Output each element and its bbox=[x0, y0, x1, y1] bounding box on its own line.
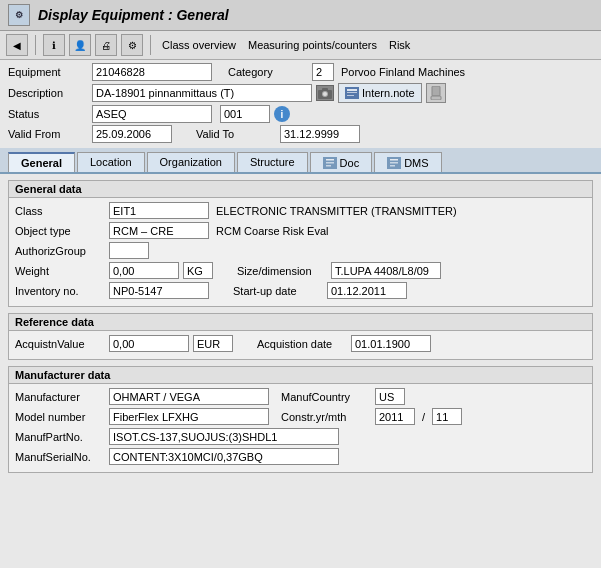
model-label: Model number bbox=[15, 411, 105, 423]
svg-rect-6 bbox=[347, 92, 357, 93]
category-input[interactable] bbox=[312, 63, 334, 81]
manuf-country-input[interactable] bbox=[375, 388, 405, 405]
description-input[interactable] bbox=[92, 84, 312, 102]
reference-data-section: Reference data AcquistnValue Acquistion … bbox=[8, 313, 593, 360]
svg-rect-5 bbox=[347, 89, 357, 91]
manuf-part-row: ManufPartNo. bbox=[15, 428, 586, 445]
inventory-row: Inventory no. Start-up date bbox=[15, 282, 586, 299]
equipment-row: Equipment Category Porvoo Finland Machin… bbox=[8, 63, 593, 81]
acquistn-label: AcquistnValue bbox=[15, 338, 105, 350]
startup-input[interactable] bbox=[327, 282, 407, 299]
authoriz-group-row: AuthorizGroup bbox=[15, 242, 586, 259]
general-data-section: General data Class ELECTRONIC TRANSMITTE… bbox=[8, 180, 593, 307]
app-icon: ⚙ bbox=[8, 4, 30, 26]
equipment-label: Equipment bbox=[8, 66, 88, 78]
weight-label: Weight bbox=[15, 265, 105, 277]
manuf-serial-label: ManufSerialNo. bbox=[15, 451, 105, 463]
constr-separator: / bbox=[419, 410, 428, 424]
constr-year-input[interactable] bbox=[375, 408, 415, 425]
valid-to-input[interactable] bbox=[280, 125, 360, 143]
object-type-row: Object type RCM Coarse Risk Eval bbox=[15, 222, 586, 239]
camera-icon[interactable] bbox=[316, 85, 334, 101]
svg-rect-7 bbox=[347, 95, 354, 96]
class-overview-link[interactable]: Class overview bbox=[158, 37, 240, 53]
acquistn-date-input[interactable] bbox=[351, 335, 431, 352]
page-title: Display Equipment : General bbox=[38, 7, 229, 23]
manufacturer-input[interactable] bbox=[109, 388, 269, 405]
model-input[interactable] bbox=[109, 408, 269, 425]
status-row: Status i bbox=[8, 105, 593, 123]
status-input[interactable] bbox=[92, 105, 212, 123]
reference-data-content: AcquistnValue Acquistion date bbox=[9, 331, 592, 359]
size-input[interactable] bbox=[331, 262, 441, 279]
intern-note-label: Intern.note bbox=[362, 87, 415, 99]
toolbar-separator-2 bbox=[150, 35, 151, 55]
svg-rect-3 bbox=[322, 88, 328, 91]
measuring-points-link[interactable]: Measuring points/counters bbox=[244, 37, 381, 53]
svg-rect-11 bbox=[326, 159, 334, 161]
acquistn-row: AcquistnValue Acquistion date bbox=[15, 335, 586, 352]
tab-general[interactable]: General bbox=[8, 152, 75, 172]
person-button[interactable]: 👤 bbox=[69, 34, 91, 56]
tab-location[interactable]: Location bbox=[77, 152, 145, 172]
back-button[interactable]: ◀ bbox=[6, 34, 28, 56]
acquistn-input[interactable] bbox=[109, 335, 189, 352]
valid-from-input[interactable] bbox=[92, 125, 172, 143]
tabs-bar: General Location Organization Structure … bbox=[0, 148, 601, 174]
startup-label: Start-up date bbox=[233, 285, 323, 297]
manuf-serial-row: ManufSerialNo. bbox=[15, 448, 586, 465]
constr-month-input[interactable] bbox=[432, 408, 462, 425]
general-data-title: General data bbox=[9, 181, 592, 198]
acquistn-currency-input[interactable] bbox=[193, 335, 233, 352]
status-code-input[interactable] bbox=[220, 105, 270, 123]
manuf-part-input[interactable] bbox=[109, 428, 339, 445]
dms-tab-icon bbox=[387, 157, 401, 169]
manufacturer-data-content: Manufacturer ManufCountry Model number C… bbox=[9, 384, 592, 472]
info-button[interactable]: ℹ bbox=[43, 34, 65, 56]
general-tab-content: General data Class ELECTRONIC TRANSMITTE… bbox=[0, 174, 601, 485]
tab-organization[interactable]: Organization bbox=[147, 152, 235, 172]
manufacturer-row: Manufacturer ManufCountry bbox=[15, 388, 586, 405]
authoriz-group-input[interactable] bbox=[109, 242, 149, 259]
valid-to-label: Valid To bbox=[196, 128, 276, 140]
class-input[interactable] bbox=[109, 202, 209, 219]
svg-rect-17 bbox=[390, 165, 395, 167]
tab-content: General data Class ELECTRONIC TRANSMITTE… bbox=[0, 174, 601, 568]
risk-link[interactable]: Risk bbox=[385, 37, 414, 53]
attach-button[interactable] bbox=[426, 83, 446, 103]
title-bar: ⚙ Display Equipment : General bbox=[0, 0, 601, 31]
general-data-content: Class ELECTRONIC TRANSMITTER (TRANSMITTE… bbox=[9, 198, 592, 306]
svg-rect-16 bbox=[390, 162, 398, 164]
valid-from-label: Valid From bbox=[8, 128, 88, 140]
tab-structure[interactable]: Structure bbox=[237, 152, 308, 172]
weight-row: Weight Size/dimension bbox=[15, 262, 586, 279]
intern-note-button[interactable]: Intern.note bbox=[338, 83, 422, 103]
class-desc: ELECTRONIC TRANSMITTER (TRANSMITTER) bbox=[213, 204, 460, 218]
svg-rect-9 bbox=[431, 96, 441, 100]
status-label: Status bbox=[8, 108, 88, 120]
tab-dms[interactable]: DMS bbox=[374, 152, 441, 172]
manuf-serial-input[interactable] bbox=[109, 448, 339, 465]
settings-button[interactable]: ⚙ bbox=[121, 34, 143, 56]
category-desc: Porvoo Finland Machines bbox=[338, 65, 468, 79]
constr-label: Constr.yr/mth bbox=[281, 411, 371, 423]
weight-unit-input[interactable] bbox=[183, 262, 213, 279]
equipment-input[interactable] bbox=[92, 63, 212, 81]
model-row: Model number Constr.yr/mth / bbox=[15, 408, 586, 425]
tab-doc[interactable]: Doc bbox=[310, 152, 373, 172]
valid-dates-row: Valid From Valid To bbox=[8, 125, 593, 143]
manufacturer-label: Manufacturer bbox=[15, 391, 105, 403]
inventory-label: Inventory no. bbox=[15, 285, 105, 297]
acquistn-date-label: Acquistion date bbox=[257, 338, 347, 350]
inventory-input[interactable] bbox=[109, 282, 209, 299]
object-type-input[interactable] bbox=[109, 222, 209, 239]
intern-note-icon bbox=[345, 87, 359, 99]
weight-input[interactable] bbox=[109, 262, 179, 279]
info-circle-icon[interactable]: i bbox=[274, 106, 290, 122]
object-type-desc: RCM Coarse Risk Eval bbox=[213, 224, 331, 238]
print-button[interactable]: 🖨 bbox=[95, 34, 117, 56]
manufacturer-data-section: Manufacturer data Manufacturer ManufCoun… bbox=[8, 366, 593, 473]
toolbar-separator-1 bbox=[35, 35, 36, 55]
doc-tab-icon bbox=[323, 157, 337, 169]
size-label: Size/dimension bbox=[237, 265, 327, 277]
